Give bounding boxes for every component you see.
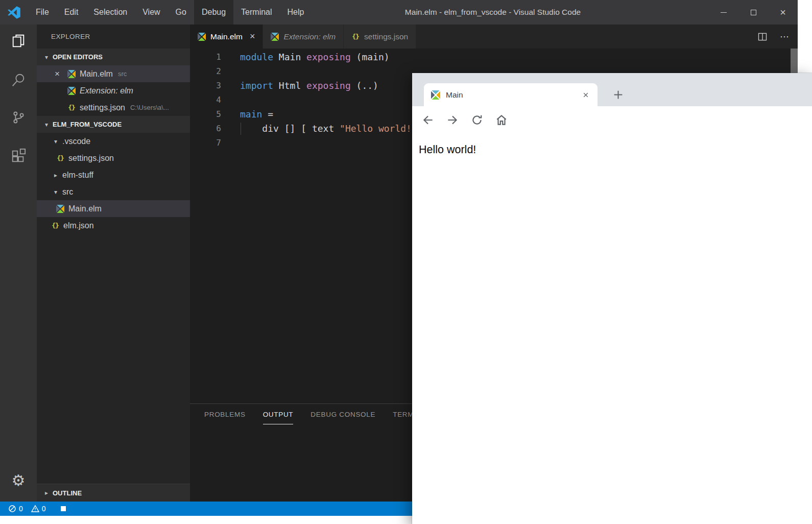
menu-file[interactable]: File xyxy=(28,0,57,25)
elm-favicon xyxy=(431,90,440,100)
source-control-icon[interactable] xyxy=(11,110,26,125)
editor-scrollbar[interactable] xyxy=(791,49,798,74)
close-button[interactable]: × xyxy=(768,0,798,25)
elm-file-icon xyxy=(67,87,76,95)
file-elm-json[interactable]: {}elm.json xyxy=(37,217,190,234)
tab-main-elm[interactable]: Main.elm× xyxy=(190,25,263,49)
browser-tab-strip: Main xyxy=(412,73,812,106)
code-token: exposing xyxy=(306,52,351,62)
chevron-down-icon: ▾ xyxy=(52,188,59,196)
menu-selection[interactable]: Selection xyxy=(86,0,135,25)
screen: { "colors": { "accent": "#007acc", "stat… xyxy=(0,0,812,524)
menu-help[interactable]: Help xyxy=(280,0,312,25)
menu-go[interactable]: Go xyxy=(168,0,194,25)
open-editor-label: Extension: elm xyxy=(80,86,133,96)
new-tab-button[interactable] xyxy=(611,88,625,102)
code-token: main xyxy=(240,109,262,120)
back-button[interactable] xyxy=(421,113,435,127)
search-icon[interactable] xyxy=(11,73,26,88)
open-editor-detail: C:\Users\a\... xyxy=(130,104,169,111)
code-text: import Html exposing (..) xyxy=(240,79,378,93)
more-actions-icon[interactable]: ⋯ xyxy=(780,31,790,42)
home-button[interactable] xyxy=(495,113,508,127)
errors-icon[interactable] xyxy=(8,505,16,513)
open-editor-extension-elm[interactable]: Extension: elm xyxy=(37,82,190,99)
code-line-1[interactable]: 1module Main exposing (main) xyxy=(190,50,798,64)
open-editor-label: Main.elm xyxy=(80,69,113,79)
browser-tab-title: Main xyxy=(446,90,581,100)
forward-button[interactable] xyxy=(446,113,459,127)
explorer-title: EXPLORER xyxy=(37,25,190,49)
window-title: Main.elm - elm_from_vscode - Visual Stud… xyxy=(405,0,581,25)
status-square-icon[interactable] xyxy=(60,506,66,512)
code-token: module xyxy=(240,52,273,62)
code-token: exposing xyxy=(306,80,351,91)
explorer-sidebar: EXPLORER ▾ OPEN EDITORS ×Main.elmsrcExte… xyxy=(37,25,190,502)
close-editor-icon[interactable]: × xyxy=(53,69,61,79)
line-number: 5 xyxy=(190,107,221,122)
folder-elm-stuff[interactable]: ▸elm-stuff xyxy=(37,166,190,183)
browser-window: Main xyxy=(412,73,812,524)
file-label: elm.json xyxy=(63,221,94,230)
file-settings-json[interactable]: {}settings.json xyxy=(37,150,190,166)
line-number: 4 xyxy=(190,93,221,107)
open-editors-header[interactable]: ▾ OPEN EDITORS xyxy=(37,49,190,65)
window-controls: × xyxy=(709,0,798,25)
open-editor-settings-json[interactable]: {}settings.jsonC:\Users\a\... xyxy=(37,99,190,116)
panel-tab-output[interactable]: OUTPUT xyxy=(263,411,294,424)
line-number: 3 xyxy=(190,79,221,93)
file-main-elm[interactable]: Main.elm xyxy=(37,200,190,217)
menu-debug[interactable]: Debug xyxy=(194,0,233,25)
chevron-right-icon: ▸ xyxy=(52,172,59,179)
chevron-right-icon: ▸ xyxy=(43,489,50,496)
elm-file-icon xyxy=(67,70,76,78)
minimize-button[interactable] xyxy=(709,0,738,25)
folder-vscode[interactable]: ▾.vscode xyxy=(37,133,190,150)
close-tab-icon[interactable] xyxy=(581,90,590,100)
maximize-button[interactable] xyxy=(738,0,768,25)
folder-label: src xyxy=(62,187,73,197)
open-editor-main-elm[interactable]: ×Main.elmsrc xyxy=(37,65,190,82)
line-number: 6 xyxy=(190,122,221,136)
elm-file-icon xyxy=(271,33,279,41)
explorer-icon[interactable] xyxy=(11,33,26,49)
error-count[interactable]: 0 xyxy=(19,505,23,513)
tab-extension-elm[interactable]: Extension: elm xyxy=(263,25,344,49)
chevron-down-icon: ▾ xyxy=(43,54,50,61)
reload-button[interactable] xyxy=(470,113,484,127)
tab-label: Extension: elm xyxy=(283,32,336,41)
code-token: Main xyxy=(273,52,306,62)
code-token: Html xyxy=(273,80,306,91)
menu-terminal[interactable]: Terminal xyxy=(233,0,279,25)
line-number: 7 xyxy=(190,136,221,150)
panel-tab-problems[interactable]: PROBLEMS xyxy=(204,411,246,424)
activity-bar: ⚙ xyxy=(0,25,37,502)
browser-toolbar: localhost:8000/src/Main.elm xyxy=(412,106,812,134)
browser-tab[interactable]: Main xyxy=(424,83,598,106)
warnings-icon[interactable] xyxy=(31,505,39,513)
elm-file-icon xyxy=(198,33,206,41)
split-editor-icon[interactable] xyxy=(757,32,768,42)
workspace-header[interactable]: ▾ ELM_FROM_VSCODE xyxy=(37,116,190,133)
code-token: (..) xyxy=(351,80,378,91)
extensions-icon[interactable] xyxy=(11,148,26,163)
panel-tab-debug-console[interactable]: DEBUG CONSOLE xyxy=(311,411,375,424)
warning-count[interactable]: 0 xyxy=(42,505,46,513)
menu-view[interactable]: View xyxy=(135,0,168,25)
hello-text: Hello world! xyxy=(412,134,812,156)
code-token: "Hello world!" xyxy=(340,123,417,134)
code-token: import xyxy=(240,80,273,91)
tab-settings-json[interactable]: {}settings.json xyxy=(344,25,416,49)
settings-gear-icon[interactable]: ⚙ xyxy=(10,472,27,488)
chevron-down-icon: ▾ xyxy=(52,138,59,145)
folder-src[interactable]: ▾src xyxy=(37,183,190,200)
outline-header[interactable]: ▸ OUTLINE xyxy=(37,484,190,502)
json-file-icon: {} xyxy=(351,33,360,41)
editor-actions: ⋯ xyxy=(757,25,790,49)
close-tab-icon[interactable]: × xyxy=(250,31,255,42)
code-token: = xyxy=(262,109,273,120)
menu-edit[interactable]: Edit xyxy=(57,0,86,25)
json-file-icon: {} xyxy=(56,154,64,162)
code-text: main = xyxy=(240,107,273,122)
code-text: module Main exposing (main) xyxy=(240,50,390,64)
